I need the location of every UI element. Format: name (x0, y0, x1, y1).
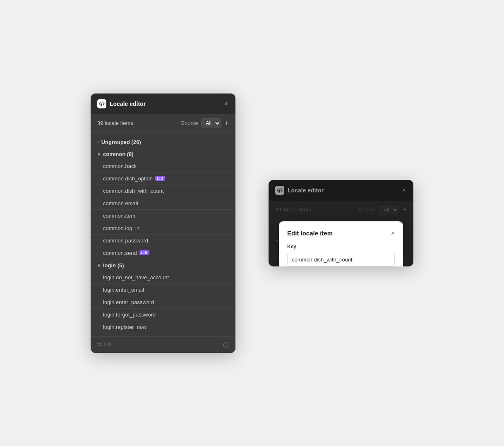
left-add-button[interactable]: + (224, 120, 229, 127)
left-panel-header: Locale editor × (91, 94, 235, 114)
left-group-common[interactable]: ∨ common (8) (91, 148, 235, 160)
left-group-login[interactable]: ∨ login (5) (91, 259, 235, 271)
modal-overlay: Edit locale item × Key Tip: Use "." for … (269, 180, 413, 266)
item-key: common.send (103, 250, 137, 256)
left-panel: Locale editor × 39 locale items Source A… (91, 94, 235, 353)
item-key: common.dish_with_count (103, 188, 164, 194)
list-item[interactable]: common.email (91, 197, 235, 210)
common-chevron: ∨ (97, 151, 101, 157)
key-section-label: Key (287, 244, 395, 249)
item-key: common.back (103, 163, 137, 169)
left-panel-footer: v0.2.0 ⬡ (91, 336, 235, 353)
left-panel-list: › Ungrouped (26) ∨ common (8) common.bac… (91, 133, 235, 336)
list-item[interactable]: login.do_not_have_account (91, 271, 235, 284)
login-chevron: ∨ (97, 263, 101, 268)
item-key: common.dish_option (103, 175, 153, 182)
login-label: login (5) (103, 262, 124, 269)
left-close-button[interactable]: × (223, 100, 229, 108)
item-key: login.register_now (103, 324, 147, 330)
item-key: login.enter_password (103, 299, 154, 305)
list-item[interactable]: common.send LIB (91, 247, 235, 259)
edit-locale-modal: Edit locale item × Key Tip: Use "." for … (279, 221, 403, 266)
item-key: common.email (103, 200, 138, 206)
left-footer-icon: ⬡ (223, 341, 229, 349)
list-item[interactable]: common.password (91, 235, 235, 247)
left-group-ungrouped[interactable]: › Ungrouped (26) (91, 136, 235, 148)
right-panel: Locale editor × 39 locale items Source A… (269, 180, 413, 266)
left-source-select[interactable]: All (201, 118, 221, 128)
item-key: common.password (103, 237, 148, 244)
item-key: common.item (103, 213, 135, 219)
modal-title: Edit locale item (287, 230, 333, 237)
list-item[interactable]: login.forgot_password (91, 309, 235, 321)
left-version: v0.2.0 (97, 342, 111, 348)
left-panel-subheader: 39 locale items Source All + (91, 114, 235, 133)
lib-badge: LIB (139, 250, 149, 255)
ungrouped-label: Ungrouped (26) (101, 139, 141, 145)
list-item[interactable]: login.register_now (91, 321, 235, 333)
left-source-label: Source (181, 120, 198, 126)
left-app-icon (97, 99, 106, 108)
list-item[interactable]: common.dish_option LIB (91, 173, 235, 185)
lib-badge: LIB (155, 176, 165, 181)
list-item[interactable]: common.log_in (91, 222, 235, 235)
item-key: login.do_not_have_account (103, 274, 169, 281)
ungrouped-chevron: › (97, 139, 99, 144)
list-item[interactable]: common.back (91, 160, 235, 173)
modal-header: Edit locale item × (287, 230, 395, 237)
left-panel-title: Locale editor (110, 101, 220, 107)
item-key: login.enter_email (103, 287, 144, 293)
list-item[interactable]: login.enter_email (91, 284, 235, 296)
item-key: common.log_in (103, 225, 139, 231)
modal-close-button[interactable]: × (391, 230, 395, 237)
key-input[interactable] (287, 253, 395, 266)
list-item[interactable]: common.dish_with_count (91, 185, 235, 197)
list-item[interactable]: common.item (91, 210, 235, 222)
left-item-count: 39 locale items (97, 120, 178, 126)
item-key: login.forgot_password (103, 312, 156, 318)
common-label: common (8) (103, 151, 134, 157)
list-item[interactable]: login.enter_password (91, 296, 235, 309)
